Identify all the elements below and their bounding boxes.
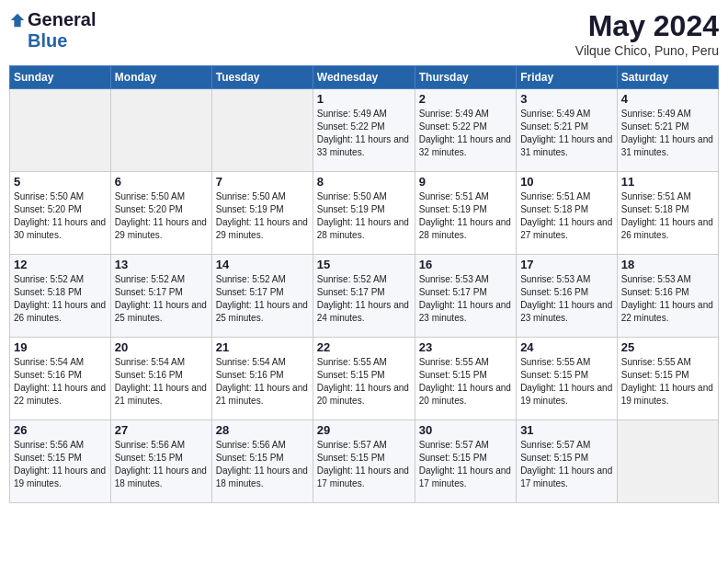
day-number: 24 [520, 340, 613, 354]
day-number: 5 [14, 175, 107, 189]
calendar-cell: 29Sunrise: 5:57 AM Sunset: 5:15 PM Dayli… [313, 420, 415, 503]
calendar-cell: 22Sunrise: 5:55 AM Sunset: 5:15 PM Dayli… [313, 338, 415, 420]
calendar-cell: 5Sunrise: 5:50 AM Sunset: 5:20 PM Daylig… [10, 172, 111, 255]
calendar-cell: 1Sunrise: 5:49 AM Sunset: 5:22 PM Daylig… [313, 89, 415, 172]
day-number: 27 [115, 423, 208, 437]
calendar-table: SundayMondayTuesdayWednesdayThursdayFrid… [9, 65, 719, 503]
day-info: Sunrise: 5:56 AM Sunset: 5:15 PM Dayligh… [216, 439, 309, 490]
calendar-cell [110, 89, 211, 172]
logo-icon [9, 12, 26, 29]
day-number: 21 [216, 340, 309, 354]
day-number: 3 [520, 92, 613, 106]
calendar-cell: 21Sunrise: 5:54 AM Sunset: 5:16 PM Dayli… [211, 338, 313, 420]
calendar-cell: 27Sunrise: 5:56 AM Sunset: 5:15 PM Dayli… [110, 420, 211, 503]
day-info: Sunrise: 5:57 AM Sunset: 5:15 PM Dayligh… [520, 439, 613, 490]
header: General Blue May 2024 Vilque Chico, Puno… [9, 9, 719, 58]
calendar-cell: 4Sunrise: 5:49 AM Sunset: 5:21 PM Daylig… [617, 89, 718, 172]
calendar-cell: 17Sunrise: 5:53 AM Sunset: 5:16 PM Dayli… [517, 255, 618, 338]
day-info: Sunrise: 5:49 AM Sunset: 5:22 PM Dayligh… [317, 108, 411, 159]
day-number: 22 [317, 340, 411, 354]
day-number: 14 [216, 258, 309, 271]
header-friday: Friday [517, 66, 618, 89]
calendar-cell: 23Sunrise: 5:55 AM Sunset: 5:15 PM Dayli… [415, 338, 516, 420]
logo-blue: Blue [28, 30, 67, 52]
day-number: 19 [14, 340, 107, 354]
day-info: Sunrise: 5:55 AM Sunset: 5:15 PM Dayligh… [520, 356, 613, 408]
day-info: Sunrise: 5:56 AM Sunset: 5:15 PM Dayligh… [115, 439, 208, 490]
logo: General Blue [9, 9, 96, 52]
calendar-cell: 31Sunrise: 5:57 AM Sunset: 5:15 PM Dayli… [517, 420, 618, 503]
day-number: 30 [419, 423, 512, 437]
day-info: Sunrise: 5:53 AM Sunset: 5:16 PM Dayligh… [520, 273, 613, 325]
header-sunday: Sunday [10, 66, 111, 89]
day-number: 12 [14, 258, 107, 271]
day-info: Sunrise: 5:55 AM Sunset: 5:15 PM Dayligh… [317, 356, 411, 408]
day-info: Sunrise: 5:52 AM Sunset: 5:17 PM Dayligh… [115, 273, 208, 325]
day-number: 10 [520, 175, 613, 189]
day-info: Sunrise: 5:56 AM Sunset: 5:15 PM Dayligh… [14, 439, 107, 490]
calendar-cell: 8Sunrise: 5:50 AM Sunset: 5:19 PM Daylig… [313, 172, 415, 255]
calendar-cell: 25Sunrise: 5:55 AM Sunset: 5:15 PM Dayli… [617, 338, 718, 420]
day-number: 31 [520, 423, 613, 437]
header-tuesday: Tuesday [211, 66, 313, 89]
month-title: May 2024 [575, 9, 719, 43]
calendar-cell: 13Sunrise: 5:52 AM Sunset: 5:17 PM Dayli… [110, 255, 211, 338]
day-info: Sunrise: 5:51 AM Sunset: 5:18 PM Dayligh… [520, 190, 613, 242]
title-area: May 2024 Vilque Chico, Puno, Peru [575, 9, 719, 58]
calendar-cell: 2Sunrise: 5:49 AM Sunset: 5:22 PM Daylig… [415, 89, 516, 172]
day-info: Sunrise: 5:57 AM Sunset: 5:15 PM Dayligh… [419, 439, 512, 490]
day-number: 4 [621, 92, 714, 106]
calendar-cell: 14Sunrise: 5:52 AM Sunset: 5:17 PM Dayli… [211, 255, 313, 338]
calendar-cell [617, 420, 718, 503]
calendar-cell: 3Sunrise: 5:49 AM Sunset: 5:21 PM Daylig… [517, 89, 618, 172]
day-number: 23 [419, 340, 512, 354]
day-info: Sunrise: 5:50 AM Sunset: 5:19 PM Dayligh… [317, 190, 411, 242]
calendar-cell: 6Sunrise: 5:50 AM Sunset: 5:20 PM Daylig… [110, 172, 211, 255]
day-info: Sunrise: 5:55 AM Sunset: 5:15 PM Dayligh… [621, 356, 714, 408]
day-info: Sunrise: 5:51 AM Sunset: 5:19 PM Dayligh… [419, 190, 512, 242]
calendar-cell: 10Sunrise: 5:51 AM Sunset: 5:18 PM Dayli… [517, 172, 618, 255]
day-number: 16 [419, 258, 512, 271]
day-info: Sunrise: 5:49 AM Sunset: 5:22 PM Dayligh… [419, 108, 512, 159]
day-number: 6 [115, 175, 208, 189]
day-info: Sunrise: 5:49 AM Sunset: 5:21 PM Dayligh… [520, 108, 613, 159]
day-number: 28 [216, 423, 309, 437]
calendar-week-row: 26Sunrise: 5:56 AM Sunset: 5:15 PM Dayli… [10, 420, 719, 503]
day-number: 7 [216, 175, 309, 189]
day-info: Sunrise: 5:52 AM Sunset: 5:17 PM Dayligh… [317, 273, 411, 325]
logo-general: General [28, 9, 96, 30]
day-info: Sunrise: 5:50 AM Sunset: 5:20 PM Dayligh… [14, 190, 107, 242]
calendar-week-row: 19Sunrise: 5:54 AM Sunset: 5:16 PM Dayli… [10, 338, 719, 420]
day-number: 26 [14, 423, 107, 437]
calendar-cell: 12Sunrise: 5:52 AM Sunset: 5:18 PM Dayli… [10, 255, 111, 338]
calendar-cell: 11Sunrise: 5:51 AM Sunset: 5:18 PM Dayli… [617, 172, 718, 255]
header-saturday: Saturday [617, 66, 718, 89]
calendar-cell: 16Sunrise: 5:53 AM Sunset: 5:17 PM Dayli… [415, 255, 516, 338]
header-wednesday: Wednesday [313, 66, 415, 89]
location-subtitle: Vilque Chico, Puno, Peru [575, 43, 719, 58]
day-number: 9 [419, 175, 512, 189]
day-info: Sunrise: 5:54 AM Sunset: 5:16 PM Dayligh… [14, 356, 107, 408]
calendar-cell: 24Sunrise: 5:55 AM Sunset: 5:15 PM Dayli… [517, 338, 618, 420]
day-number: 8 [317, 175, 411, 189]
day-info: Sunrise: 5:50 AM Sunset: 5:20 PM Dayligh… [115, 190, 208, 242]
day-info: Sunrise: 5:54 AM Sunset: 5:16 PM Dayligh… [115, 356, 208, 408]
day-info: Sunrise: 5:54 AM Sunset: 5:16 PM Dayligh… [216, 356, 309, 408]
day-info: Sunrise: 5:50 AM Sunset: 5:19 PM Dayligh… [216, 190, 309, 242]
day-info: Sunrise: 5:51 AM Sunset: 5:18 PM Dayligh… [621, 190, 714, 242]
day-number: 1 [317, 92, 411, 106]
day-info: Sunrise: 5:53 AM Sunset: 5:17 PM Dayligh… [419, 273, 512, 325]
calendar-cell: 30Sunrise: 5:57 AM Sunset: 5:15 PM Dayli… [415, 420, 516, 503]
calendar-cell: 28Sunrise: 5:56 AM Sunset: 5:15 PM Dayli… [211, 420, 313, 503]
calendar-cell: 26Sunrise: 5:56 AM Sunset: 5:15 PM Dayli… [10, 420, 111, 503]
calendar-week-row: 1Sunrise: 5:49 AM Sunset: 5:22 PM Daylig… [10, 89, 719, 172]
calendar-cell [10, 89, 111, 172]
calendar-week-row: 12Sunrise: 5:52 AM Sunset: 5:18 PM Dayli… [10, 255, 719, 338]
calendar-cell: 18Sunrise: 5:53 AM Sunset: 5:16 PM Dayli… [617, 255, 718, 338]
calendar-header-row: SundayMondayTuesdayWednesdayThursdayFrid… [10, 66, 719, 89]
day-info: Sunrise: 5:53 AM Sunset: 5:16 PM Dayligh… [621, 273, 714, 325]
calendar-cell [211, 89, 313, 172]
calendar-cell: 19Sunrise: 5:54 AM Sunset: 5:16 PM Dayli… [10, 338, 111, 420]
day-number: 13 [115, 258, 208, 271]
day-info: Sunrise: 5:49 AM Sunset: 5:21 PM Dayligh… [621, 108, 714, 159]
